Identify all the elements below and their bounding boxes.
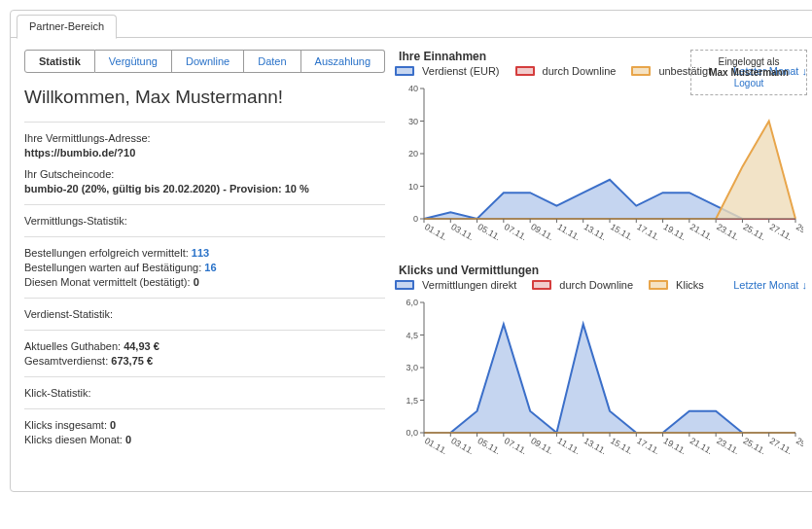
chevron-down-icon: ↓ [802,279,808,291]
svg-text:30: 30 [408,117,418,126]
legend-label: Verdienst (EUR) [422,65,499,77]
divider [24,298,385,299]
chart-svg: 01020304001.11.03.11.05.11.07.11.09.11.1… [395,81,807,246]
legend-swatch-red [532,280,551,290]
svg-text:40: 40 [408,84,418,93]
legend-swatch-orange [631,66,651,76]
svg-text:29.11.: 29.11. [794,436,803,456]
balance: Aktuelles Guthaben: 44,93 € [24,340,385,352]
svg-text:29.11.: 29.11. [794,222,803,242]
legend-swatch-blue [395,280,414,290]
orders-month: Diesen Monat vermittelt (bestätigt): 0 [24,276,385,288]
divider [24,236,385,237]
time-range-select[interactable]: Letzter Monat ↓ [733,279,807,291]
legend-label: Klicks [676,279,704,291]
svg-text:0: 0 [413,214,418,224]
svg-text:27.11.: 27.11. [768,436,794,456]
tab-partner[interactable]: Partner-Bereich [17,15,117,39]
legend-swatch-blue [395,66,414,76]
svg-text:21.11.: 21.11. [688,436,715,456]
orders-pending: Bestellungen warten auf Bestätigung: 16 [24,262,385,273]
legend-label: Vermittlungen direkt [422,279,516,291]
legend-label: durch Downline [559,279,633,291]
referral-label: Ihre Vermittlungs-Adresse: [24,132,385,144]
voucher-value: bumbio-20 (20%, gültig bis 20.02.2020) -… [24,183,385,194]
svg-text:13.11.: 13.11. [583,222,609,242]
divider [24,330,385,331]
svg-text:07.11.: 07.11. [503,222,529,242]
legend-label: durch Downline [543,65,617,77]
svg-text:21.11.: 21.11. [688,222,715,242]
svg-text:07.11.: 07.11. [503,436,529,456]
login-box: Eingeloggt als Max Mustermann Logout [690,50,807,95]
svg-text:09.11.: 09.11. [529,222,555,242]
svg-text:19.11.: 19.11. [662,436,688,456]
svg-text:11.11.: 11.11. [555,222,582,242]
left-column: StatistikVergütungDownlineDatenAuszahlun… [24,50,395,477]
divider [24,204,385,205]
svg-text:0,0: 0,0 [406,428,419,438]
voucher-label: Ihr Gutscheincode: [24,168,385,180]
svg-text:25.11.: 25.11. [741,436,767,456]
svg-text:01.11.: 01.11. [423,436,449,456]
svg-text:17.11.: 17.11. [635,222,661,242]
referral-url: https://bumbio.de/?10 [24,147,385,159]
svg-text:10: 10 [408,182,418,192]
divider [24,376,385,377]
svg-text:27.11.: 27.11. [768,222,794,242]
svg-text:03.11.: 03.11. [449,436,476,456]
earn-stats-title: Verdienst-Statistik: [24,308,385,320]
svg-text:13.11.: 13.11. [583,436,609,456]
chart-clicks: Klicks und Vermittlungen Vermittlungen d… [395,264,807,460]
svg-text:23.11.: 23.11. [715,436,741,456]
subnav-item-daten[interactable]: Daten [244,50,300,73]
subnav-item-downline[interactable]: Downline [172,50,244,73]
svg-text:19.11.: 19.11. [662,222,688,242]
subnav-item-statistik[interactable]: Statistik [24,50,95,73]
logged-in-user: Max Mustermann [701,67,796,78]
svg-text:20: 20 [408,149,418,159]
clicks-month: Klicks diesen Monat: 0 [24,434,385,445]
referral-stats-title: Vermittlungs-Statistik: [24,215,385,227]
svg-text:15.11.: 15.11. [609,436,635,456]
divider [24,408,385,409]
svg-text:15.11.: 15.11. [609,222,635,242]
tab-strip: Partner-Bereich [11,11,812,38]
total-earn: Gesamtverdienst: 673,75 € [24,355,385,367]
svg-text:25.11.: 25.11. [741,222,767,242]
svg-text:3,0: 3,0 [406,363,419,372]
legend-swatch-red [515,66,535,76]
svg-text:05.11.: 05.11. [477,436,503,456]
svg-text:11.11.: 11.11. [555,436,582,456]
svg-text:23.11.: 23.11. [715,222,741,242]
chart-legend: Vermittlungen direkt durch Downline Klic… [395,279,807,291]
svg-text:17.11.: 17.11. [635,436,661,456]
clicks-total: Klicks insgesamt: 0 [24,419,385,431]
right-column: Ihre Einnahmen Verdienst (EUR) durch Dow… [395,50,807,477]
svg-text:05.11.: 05.11. [477,222,503,242]
logout-link[interactable]: Logout [701,78,796,88]
svg-text:4,5: 4,5 [406,331,419,340]
orders-success: Bestellungen erfolgreich vermittelt: 113 [24,247,385,259]
click-stats-title: Klick-Statistik: [24,387,385,399]
svg-text:6,0: 6,0 [406,298,419,307]
subnav: StatistikVergütungDownlineDatenAuszahlun… [24,50,385,73]
logged-in-as-label: Eingeloggt als [701,56,796,67]
chart-title: Klicks und Vermittlungen [399,264,807,277]
legend-swatch-orange [649,280,668,290]
svg-text:1,5: 1,5 [406,396,419,406]
svg-text:01.11.: 01.11. [423,222,449,242]
subnav-item-auszahlung[interactable]: Auszahlung [301,50,386,73]
svg-text:09.11.: 09.11. [529,436,555,456]
divider [24,122,385,123]
partner-panel: Partner-Bereich Eingeloggt als Max Muste… [10,10,812,492]
chart-svg: 0,01,53,04,56,001.11.03.11.05.11.07.11.0… [395,295,807,460]
svg-text:03.11.: 03.11. [449,222,476,242]
subnav-item-vergütung[interactable]: Vergütung [95,50,172,73]
svg-marker-45 [424,324,795,433]
welcome-heading: Willkommen, Max Mustermann! [24,87,385,108]
